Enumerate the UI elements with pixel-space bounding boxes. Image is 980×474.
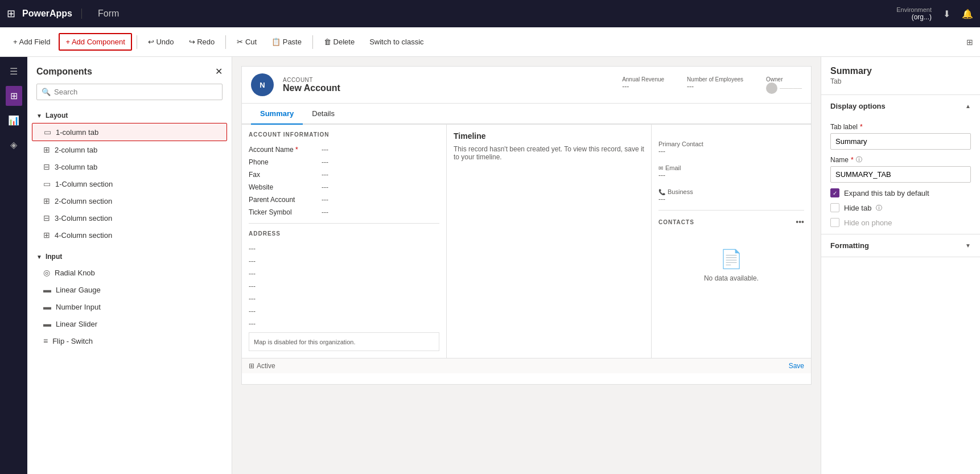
primary-contact-value: --- <box>658 147 804 155</box>
comp-number-input[interactable]: ▬ Number Input <box>32 298 227 315</box>
download-icon[interactable]: ⬇ <box>943 9 950 19</box>
sidebar-chart-icon[interactable]: 📊 <box>3 110 24 130</box>
display-options-body: Tab label * Name * ⓘ Expand this tab by … <box>821 123 980 234</box>
add-component-button[interactable]: + Add Component <box>59 33 131 51</box>
props-title: Summary <box>830 66 971 76</box>
delete-button[interactable]: 🗑 Delete <box>318 34 361 50</box>
input-caret-icon: ▼ <box>36 254 42 260</box>
name-input[interactable] <box>830 166 971 183</box>
input-section-header[interactable]: ▼ Input <box>32 248 227 264</box>
header-fields: Annual Revenue --- Number of Employees -… <box>622 76 802 94</box>
bell-icon[interactable]: 🔔 <box>962 9 973 19</box>
expand-checkbox-row: Expand this tab by default <box>830 188 971 197</box>
num-employees-label: Number of Employees <box>687 76 743 83</box>
search-box[interactable]: 🔍 <box>36 84 223 100</box>
redo-button[interactable]: ↪ Redo <box>183 34 221 50</box>
comp-radial-knob[interactable]: ◎ Radial Knob <box>32 264 227 281</box>
cut-button[interactable]: ✂ Cut <box>230 34 263 50</box>
tab-details[interactable]: Details <box>303 104 344 125</box>
hide-on-phone-checkbox[interactable] <box>830 218 839 227</box>
comp-icon: ▬ <box>43 285 51 294</box>
comp-icon: ▬ <box>43 319 51 328</box>
comp-2-column-tab[interactable]: ⊞ 2-column tab <box>32 141 227 158</box>
display-options-header[interactable]: Display options ▲ <box>821 95 980 117</box>
comp-label: 3-column tab <box>55 163 97 171</box>
account-avatar: N <box>251 73 274 96</box>
email-value: --- <box>658 171 804 179</box>
contacts-header: CONTACTS ••• <box>658 217 804 226</box>
comp-icon: ⊞ <box>43 230 50 240</box>
business-value: --- <box>658 195 804 203</box>
comp-3-column-tab[interactable]: ⊟ 3-column tab <box>32 158 227 175</box>
comp-4-column-section[interactable]: ⊞ 4-Column section <box>32 226 227 244</box>
switch-to-classic-button[interactable]: Switch to classic <box>363 34 430 50</box>
waffle-icon[interactable]: ⊞ <box>7 7 15 20</box>
contacts-empty-icon: 📄 <box>720 248 743 270</box>
sidebar-menu-icon[interactable]: ☰ <box>5 61 22 81</box>
comp-label: Number Input <box>56 303 101 311</box>
tab-label-prop-label: Tab label * <box>830 123 971 131</box>
search-input[interactable] <box>54 88 217 96</box>
comp-label: Radial Knob <box>55 269 95 277</box>
name-info-icon: ⓘ <box>856 155 862 164</box>
panel-header: Components ✕ <box>27 57 232 81</box>
comp-linear-slider[interactable]: ▬ Linear Slider <box>32 315 227 332</box>
field-website-value: --- <box>322 183 328 191</box>
address-line-3: --- <box>249 270 439 278</box>
save-button[interactable]: Save <box>789 362 804 370</box>
primary-contact-section: Primary Contact --- <box>658 141 804 155</box>
undo-button[interactable]: ↩ Undo <box>142 34 180 50</box>
field-phone-value: --- <box>322 158 328 166</box>
toolbar-separator-2 <box>225 35 226 49</box>
comp-label: Linear Gauge <box>56 286 101 294</box>
layout-section-header[interactable]: ▼ Layout <box>32 107 227 123</box>
comp-flip-switch[interactable]: ≡ Flip - Switch <box>32 332 227 349</box>
sidebar-grid-icon[interactable]: ⊞ <box>6 86 22 106</box>
email-text: Email <box>665 164 681 171</box>
field-account-name: Account Name * --- <box>249 146 439 154</box>
top-nav: ⊞ PowerApps Form Environment (org...) ⬇ … <box>0 0 980 27</box>
app-name: PowerApps <box>22 9 82 19</box>
owner-avatar <box>766 83 777 94</box>
field-fax-label: Fax <box>249 171 317 179</box>
expand-checkbox[interactable] <box>830 188 839 197</box>
layout-caret-icon: ▼ <box>36 113 42 119</box>
comp-label: 3-Column section <box>55 214 112 222</box>
comp-1-column-section[interactable]: ▭ 1-Column section <box>32 175 227 192</box>
display-options-caret-icon: ▲ <box>965 103 971 109</box>
status-icon: ⊞ <box>249 362 254 370</box>
account-name: New Account <box>283 83 613 93</box>
account-label: ACCOUNT <box>283 77 613 83</box>
address-line-4: --- <box>249 282 439 290</box>
field-ticker-symbol: Ticker Symbol --- <box>249 208 439 216</box>
props-header: Summary Tab <box>821 57 980 95</box>
components-list: ▼ Layout ▭ 1-column tab ⊞ 2-column tab ⊟… <box>27 107 232 474</box>
toolbar-separator-3 <box>312 35 313 49</box>
comp-1-column-tab[interactable]: ▭ 1-column tab <box>32 123 227 141</box>
add-field-button[interactable]: + Add Field <box>7 34 56 50</box>
comp-2-column-section[interactable]: ⊞ 2-Column section <box>32 192 227 209</box>
panel-close-button[interactable]: ✕ <box>215 66 223 77</box>
email-icon: ✉ <box>658 165 663 171</box>
contacts-more-icon[interactable]: ••• <box>796 217 804 226</box>
sidebar-diamond-icon[interactable]: ◈ <box>6 135 22 155</box>
environment-selector[interactable]: Environment (org...) <box>896 6 932 21</box>
main-layout: ☰ ⊞ 📊 ◈ Components ✕ 🔍 ▼ Layout ▭ 1-colu… <box>0 57 980 474</box>
name-label-text: Name <box>830 156 849 164</box>
field-phone: Phone --- <box>249 158 439 166</box>
email-label: ✉ Email <box>658 164 804 171</box>
paste-button[interactable]: 📋 Paste <box>265 34 308 50</box>
hide-tab-checkbox[interactable] <box>830 203 839 212</box>
tab-summary[interactable]: Summary <box>251 104 303 125</box>
comp-linear-gauge[interactable]: ▬ Linear Gauge <box>32 281 227 298</box>
footer-status: ⊞ Active <box>249 362 275 370</box>
comp-icon: ≡ <box>43 336 48 345</box>
timeline-title: Timeline <box>454 131 644 141</box>
tab-label-input[interactable] <box>830 133 971 150</box>
toolbar-separator-1 <box>137 35 137 49</box>
comp-3-column-section[interactable]: ⊟ 3-Column section <box>32 209 227 226</box>
panel-toggle-icon[interactable]: ⊞ <box>966 38 973 47</box>
timeline-section: Timeline This record hasn't been created… <box>454 131 644 161</box>
formatting-header[interactable]: Formatting ▼ <box>821 234 980 257</box>
comp-label: 2-Column section <box>55 197 112 205</box>
